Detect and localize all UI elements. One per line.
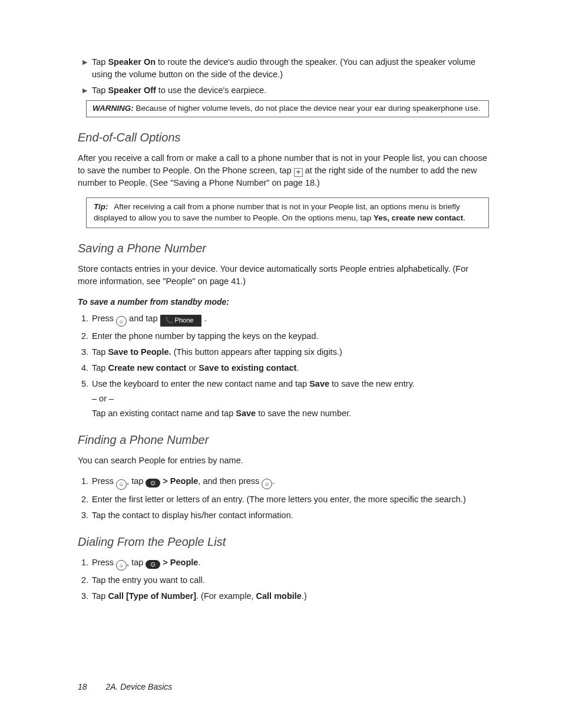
warning-label: WARNING:: [92, 104, 134, 113]
warning-box: WARNING: Because of higher volume levels…: [86, 100, 489, 117]
triangle-bullet-icon: ▶: [82, 58, 87, 67]
step-2: Enter the first letter or letters of an …: [91, 493, 489, 506]
para-saving-number: Store contacts entries in your device. Y…: [78, 263, 489, 288]
plus-icon: +: [294, 168, 303, 177]
heading-finding-number: Finding a Phone Number: [78, 431, 489, 449]
chevron-icon: >: [160, 558, 170, 567]
step-3: Tap the contact to display his/her conta…: [91, 509, 489, 522]
chapter-title: 2A. Device Basics: [105, 682, 172, 691]
page-body: ▶ Tap Speaker On to route the device's a…: [0, 0, 562, 602]
para-end-of-call: After you receive a call from or make a …: [78, 152, 489, 189]
step-1: Press ⌂ and tap 📞 Phone .: [91, 312, 489, 327]
step-2: Enter the phone number by tapping the ke…: [91, 330, 489, 342]
home-icon: ⌂: [116, 560, 127, 571]
search-icon: ⌕: [262, 479, 272, 489]
steps-dialing-people: Press ⌂, tap ⊙>People. Tap the entry you…: [91, 556, 489, 602]
step-5: Use the keyboard to enter the new contac…: [91, 378, 489, 420]
tip-box: Tip: After receiving a call from a phone…: [86, 197, 489, 228]
page-footer: 18 2A. Device Basics: [78, 681, 172, 693]
apps-button-icon: ⊙: [146, 560, 160, 569]
heading-dialing-people: Dialing From the People List: [78, 533, 489, 551]
home-icon: ⌂: [116, 316, 127, 327]
chevron-icon: >: [160, 476, 170, 486]
step-5-or: – or –: [92, 393, 489, 405]
heading-saving-number: Saving a Phone Number: [78, 240, 489, 257]
step-1: Press ⌂, tap ⊙>People, and then press ⌕.: [91, 475, 489, 489]
tip-label: Tip:: [94, 202, 108, 211]
step-2: Tap the entry you want to call.: [91, 574, 489, 587]
warning-text: Because of higher volume levels, do not …: [136, 104, 481, 113]
heading-end-of-call: End-of-Call Options: [78, 129, 489, 146]
step-3: Tap Save to People. (This button appears…: [91, 346, 489, 358]
para-finding-number: You can search People for entries by nam…: [78, 454, 489, 467]
tip-text: After receiving a call from a phone numb…: [94, 202, 465, 222]
bullet-speaker-off: ▶ Tap Speaker Off to use the device's ea…: [82, 84, 489, 97]
home-icon: ⌂: [116, 479, 127, 490]
steps-finding-number: Press ⌂, tap ⊙>People, and then press ⌕.…: [91, 475, 489, 521]
bullet-speaker-on: ▶ Tap Speaker On to route the device's a…: [82, 56, 489, 81]
bullet-text: Tap Speaker Off to use the device's earp…: [92, 84, 489, 97]
phone-button-icon: 📞 Phone: [160, 315, 202, 327]
step-1: Press ⌂, tap ⊙>People.: [91, 556, 489, 571]
step-4: Tap Create new contact or Save to existi…: [91, 362, 489, 374]
subhead-save-standby: To save a number from standby mode:: [78, 296, 489, 308]
steps-save-number: Press ⌂ and tap 📞 Phone . Enter the phon…: [91, 312, 489, 420]
bold-speaker-off: Speaker Off: [108, 85, 156, 95]
bullet-text: Tap Speaker On to route the device's aud…: [92, 56, 489, 81]
step-3: Tap Call [Type of Number]. (For example,…: [91, 590, 489, 602]
page-number: 18: [78, 682, 87, 691]
bold-speaker-on: Speaker On: [108, 57, 156, 67]
triangle-bullet-icon: ▶: [82, 86, 87, 95]
step-5-alt: Tap an existing contact name and tap Sav…: [92, 407, 489, 420]
apps-button-icon: ⊙: [146, 479, 160, 487]
